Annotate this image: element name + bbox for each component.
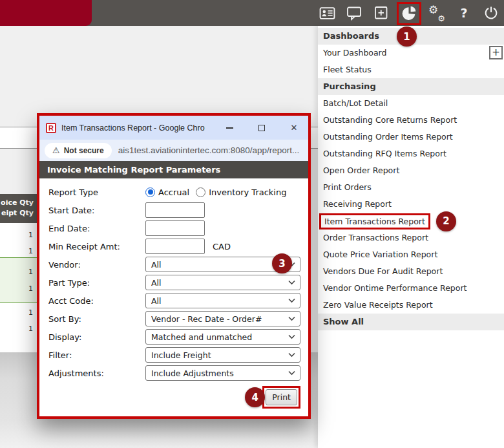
sidebar-item-show-all[interactable]: Show All <box>318 314 504 330</box>
app-favicon: R <box>46 123 56 133</box>
sidebar-item-label-wrap: Purchasing <box>323 80 376 93</box>
filter-select[interactable]: Include Freight <box>145 347 300 363</box>
security-status-label: Not secure <box>64 146 104 155</box>
sidebar-item-label: Vendors Due For Audit Report <box>323 266 443 276</box>
min-receipt-row: Min Receipt Amt: CAD <box>39 237 308 255</box>
sidebar-item-label: Order Transactions Report <box>323 233 428 242</box>
contacts-button[interactable] <box>315 0 339 26</box>
step-badge-2: 2 <box>436 211 456 231</box>
filter-row: Filter: Include Freight <box>39 346 308 364</box>
contact-card-icon <box>319 5 335 21</box>
radio-inventory-tracking-label: Inventory Tracking <box>209 187 286 197</box>
minimize-button[interactable] <box>222 120 237 136</box>
part-type-row: Part Type: All <box>39 273 308 292</box>
add-dashboard-button[interactable]: + <box>489 46 503 59</box>
table-cell: 1 <box>0 283 37 295</box>
sidebar-item-label: Item Transactions Report <box>324 217 425 226</box>
sidebar-item-label: Your Dashboard <box>323 48 386 58</box>
sidebar-item-open-order-report[interactable]: Open Order Report <box>318 162 504 179</box>
sidebar-item-zero-value-receipts-report[interactable]: Zero Value Receipts Report <box>318 297 504 314</box>
acct-code-select[interactable]: All <box>145 293 300 308</box>
radio-unselected-icon <box>196 187 205 197</box>
chevron-down-icon <box>288 316 295 321</box>
top-bar: ⚙ ⚙ ? <box>0 0 504 26</box>
sidebar-item-item-transactions-report[interactable]: Item Transactions Report 2 <box>318 213 504 229</box>
step-badge-1: 1 <box>397 27 417 47</box>
topbar-icon-group: ⚙ ⚙ ? <box>311 0 503 26</box>
sidebar-item-outstanding-core-returns-report[interactable]: Outstanding Core Returns Report <box>318 112 504 129</box>
sidebar-item-receiving-report[interactable]: Receiving Report <box>318 196 504 213</box>
table-cell: 1 <box>0 323 37 335</box>
sidebar-item-label-wrap: Your Dashboard <box>323 47 386 59</box>
maximize-button[interactable] <box>254 120 269 136</box>
add-new-button[interactable] <box>370 0 393 26</box>
help-button[interactable]: ? <box>452 0 476 26</box>
sidebar-item-label: Outstanding Order Items Report <box>323 132 453 142</box>
dialog-title-bar[interactable]: R Item Transactions Report - Google Chro… <box>39 116 308 140</box>
power-icon <box>483 5 499 21</box>
sidebar-item-batch-lot-detail[interactable]: Batch/Lot Detail <box>318 95 504 112</box>
report-type-radio-accrual[interactable]: Accrual <box>145 187 189 197</box>
sidebar-item-label: Receiving Report <box>323 199 392 209</box>
sidebar-item-print-orders[interactable]: Print Orders <box>318 179 504 196</box>
sidebar-item-label-wrap: Dashboards <box>323 30 379 43</box>
dialog-title: Item Transactions Report - Google Chrome <box>61 123 205 133</box>
sidebar-item-label: Outstanding RFQ Items Report <box>323 149 446 158</box>
display-row: Display: Matched and unmatched <box>39 328 308 346</box>
end-date-row: End Date: <box>39 219 308 237</box>
minimize-icon <box>226 127 233 129</box>
start-date-label: Start Date: <box>48 206 145 215</box>
close-button[interactable]: ✕ <box>286 120 302 136</box>
chevron-down-icon <box>288 352 295 357</box>
report-type-radio-inventory-tracking[interactable]: Inventory Tracking <box>196 187 286 197</box>
screen: ⚙ ⚙ ? 1 oice Qty eipt Qty 1 1 <box>0 0 504 448</box>
sidebar-item-label-wrap: Open Order Report <box>323 164 399 177</box>
sidebar-item-label-wrap: Order Transactions Report <box>323 231 428 244</box>
sidebar-item-outstanding-order-items-report[interactable]: Outstanding Order Items Report <box>318 129 504 145</box>
sidebar-item-outstanding-rfq-items-report[interactable]: Outstanding RFQ Items Report <box>318 145 504 162</box>
sidebar-item-label-wrap: Outstanding Core Returns Report <box>323 114 457 127</box>
table-cell: 1 <box>0 229 37 241</box>
reports-button[interactable] <box>399 4 419 23</box>
min-receipt-field[interactable] <box>145 239 205 254</box>
end-date-label: End Date: <box>48 224 145 233</box>
sidebar-item-vendors-due-for-audit-report[interactable]: Vendors Due For Audit Report <box>318 263 504 280</box>
step4-highlight-box: Print <box>262 386 300 409</box>
sort-by-row: Sort By: Vendor - Rec Date - Order# <box>39 310 308 328</box>
background-table-header: oice Qty eipt Qty <box>0 194 37 223</box>
display-select[interactable]: Matched and unmatched <box>145 329 300 345</box>
vendor-row: Vendor: All <box>39 255 308 273</box>
radio-accrual-label: Accrual <box>158 187 189 197</box>
vendor-label: Vendor: <box>48 260 145 270</box>
sort-by-label: Sort By: <box>48 314 145 324</box>
sidebar-item-label-wrap: Print Orders <box>323 181 372 194</box>
sidebar-item-label-wrap: Item Transactions Report <box>319 213 430 229</box>
step1-highlight-box <box>397 2 421 25</box>
adjustments-select[interactable]: Include Adjustments <box>145 365 300 381</box>
url-text[interactable]: ais1test.aviationintertec.com:8080/app/r… <box>118 145 300 155</box>
form-header: Invoice Matching Report Parameters <box>39 161 308 178</box>
logout-button[interactable] <box>479 0 503 26</box>
brand-logo <box>0 0 92 26</box>
background-table-fragment: oice Qty eipt Qty 1 1 1 1 1 1 <box>0 194 37 352</box>
sidebar-item-quote-price-variation-report[interactable]: Quote Price Variation Report <box>318 246 504 263</box>
sidebar-item-label: Show All <box>323 317 364 326</box>
sidebar-item-vendor-ontime-performance-report[interactable]: Vendor Ontime Performance Report <box>318 280 504 297</box>
sort-by-select[interactable]: Vendor - Rec Date - Order# <box>145 311 300 326</box>
sidebar-item-label: Open Order Report <box>323 165 399 175</box>
print-row: 4 Print <box>39 386 308 409</box>
print-button[interactable]: Print <box>266 389 297 405</box>
radio-selected-icon <box>145 187 155 197</box>
sidebar-item-label-wrap: Fleet Status <box>323 63 372 76</box>
warning-icon: ⚠ <box>52 145 60 155</box>
sidebar-item-your-dashboard[interactable]: Your Dashboard + <box>318 45 504 61</box>
sidebar-item-fleet-status[interactable]: Fleet Status <box>318 61 504 78</box>
messages-button[interactable] <box>342 0 366 26</box>
security-status-pill[interactable]: ⚠ Not secure <box>45 143 112 158</box>
end-date-field[interactable] <box>145 220 205 236</box>
start-date-field[interactable] <box>145 202 205 218</box>
settings-button[interactable]: ⚙ ⚙ <box>425 0 448 26</box>
sidebar-item-order-transactions-report[interactable]: Order Transactions Report <box>318 229 504 246</box>
sidebar-item-label: Zero Value Receipts Report <box>323 300 433 310</box>
part-type-select[interactable]: All <box>145 275 300 290</box>
